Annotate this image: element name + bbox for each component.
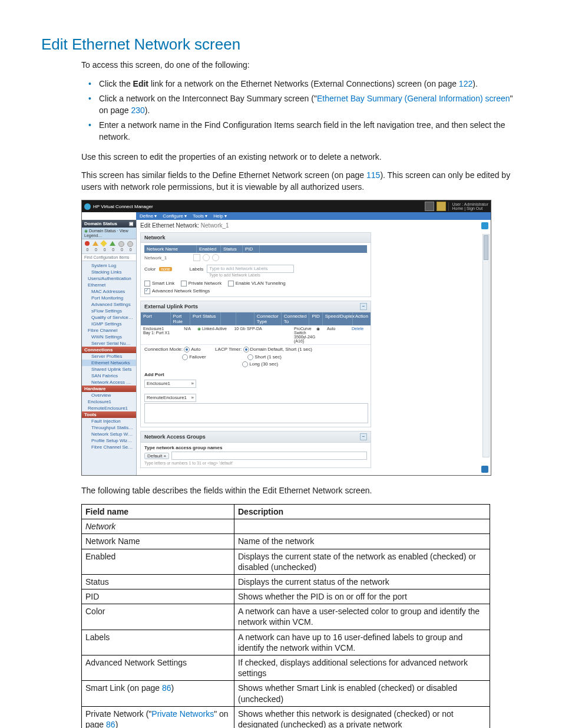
status-major-icon: [92, 241, 98, 246]
link-page-115[interactable]: 115: [366, 170, 380, 180]
tree-item[interactable]: Fibre Channel: [82, 327, 136, 334]
enabled-checkbox[interactable]: [193, 254, 200, 261]
tree-item[interactable]: Port Monitoring: [82, 295, 136, 301]
main-panel: Edit Ethernet Network: Network_1 Network…: [137, 220, 491, 475]
th-description: Description: [234, 504, 490, 519]
tree-item[interactable]: Network Access Groups: [82, 379, 136, 386]
tree-item[interactable]: sFlow Settings: [82, 308, 136, 314]
collapse-nag-icon[interactable]: −: [360, 433, 367, 440]
breadcrumb: Edit Ethernet Network: Network_1: [137, 220, 491, 232]
nag-hint: Type network access group names: [144, 445, 367, 450]
user-menu[interactable]: User : Administrator Home | Sign Out: [448, 202, 488, 211]
tree-item[interactable]: Ethernet Networks: [82, 360, 136, 366]
tree-item[interactable]: Enclosure1: [82, 398, 136, 405]
tree-item[interactable]: Throughput Statistics: [82, 424, 136, 431]
smartlink-checkbox[interactable]: [144, 281, 150, 286]
add-port-enclosure1[interactable]: Enclosure1»: [144, 380, 196, 388]
nag-default-chip[interactable]: Default ×: [144, 453, 169, 459]
page-title: Edit Ethernet Network screen: [41, 35, 521, 54]
tree-item[interactable]: Profile Setup Wizard: [82, 437, 136, 444]
menu-help[interactable]: Help ▾: [213, 213, 227, 219]
nag-input[interactable]: [171, 452, 367, 460]
hp-logo-icon: [84, 203, 91, 210]
lacp-long-radio[interactable]: [242, 361, 248, 367]
tree-item[interactable]: Users/Authentication: [82, 275, 136, 282]
tree-item[interactable]: WWN Settings: [82, 334, 136, 340]
tree-item[interactable]: Network Setup Wizard: [82, 431, 136, 437]
status-unknown-icon: [118, 241, 124, 247]
status-badge-1-icon: [425, 202, 434, 211]
advanced-checkbox[interactable]: [144, 288, 150, 294]
bullet-1: Click the Edit link for a network on the…: [99, 78, 515, 90]
tree-item[interactable]: Server Serial Numbers: [82, 340, 136, 347]
tree-item[interactable]: MAC Addresses: [82, 288, 136, 295]
vcm-screenshot: HP Virtual Connect Manager User : Admini…: [81, 200, 491, 476]
delete-port-link[interactable]: Delete: [352, 327, 363, 331]
tree-item[interactable]: Server Profiles: [82, 353, 136, 360]
status-badge-2-icon: [437, 202, 446, 211]
access-bullets: Click the Edit link for a network on the…: [81, 78, 515, 143]
domain-legend-link[interactable]: ◉ Domain Status · View Legend…: [82, 228, 136, 239]
menu-configure[interactable]: Configure ▾: [163, 213, 187, 219]
sidebar: Domain Status▣ ◉ Domain Status · View Le…: [82, 220, 137, 475]
intro-text: To access this screen, do one of the fol…: [81, 60, 515, 71]
add-port-header: Add Port: [141, 370, 371, 380]
link-page-122[interactable]: 122: [459, 79, 472, 88]
table-row: PIDShows whether the PID is on or off fo…: [82, 589, 490, 604]
field-crossref-link[interactable]: Private Networks: [151, 709, 214, 719]
connmode-auto-radio[interactable]: [184, 347, 190, 353]
tree-item[interactable]: RemoteEnclosure1: [82, 405, 136, 411]
connmode-failover-radio[interactable]: [182, 354, 188, 360]
pid-icon: [212, 254, 219, 261]
tree-item[interactable]: SAN Fabrics: [82, 373, 136, 379]
tree-item[interactable]: Stacking Links: [82, 269, 136, 275]
status-minor-icon: [101, 241, 107, 247]
nag-format-hint: Type letters or numbers 1 to 31 or <tag>…: [144, 461, 367, 465]
link-ethernet-bay-summary[interactable]: Ethernet Bay Summary (General Informatio…: [317, 94, 510, 103]
status-info-icon: [127, 241, 133, 247]
link-page-230[interactable]: 230: [131, 106, 145, 115]
tree-item[interactable]: Hardware: [82, 386, 136, 392]
table-row: EnabledDisplays the current state of the…: [82, 549, 490, 574]
tree-item[interactable]: IGMP Settings: [82, 321, 136, 327]
tree-item[interactable]: Overview: [82, 392, 136, 398]
collapse-icon[interactable]: −: [360, 303, 367, 310]
panel-uplinks: External Uplink Ports− Port Port Role Po…: [140, 301, 371, 427]
field-page-link[interactable]: 86: [162, 683, 171, 693]
find-config-input[interactable]: Find Configuration Items: [82, 253, 136, 261]
save-icon[interactable]: [481, 466, 488, 473]
menu-define[interactable]: Define ▾: [140, 213, 157, 219]
labels-input[interactable]: Type to add Network Labels: [207, 265, 294, 273]
private-checkbox[interactable]: [181, 281, 187, 286]
tree-item[interactable]: Connections: [82, 347, 136, 353]
add-port-target: [144, 403, 368, 423]
tree-item[interactable]: System Log: [82, 262, 136, 269]
tree-item[interactable]: Advanced Settings: [82, 301, 136, 308]
uplink-row: Enclosure1 Bay 1: Port X1 N/A ◉ Linked-A…: [141, 325, 371, 345]
tree-item[interactable]: Quality of Service (QoS): [82, 314, 136, 321]
color-chip[interactable]: none: [159, 267, 172, 271]
lacp-short-radio[interactable]: [247, 354, 253, 360]
field-page-link[interactable]: 86: [106, 720, 115, 728]
add-port-remote[interactable]: RemoteEnclosure1»: [144, 394, 196, 402]
domain-status-header[interactable]: Domain Status▣: [82, 220, 136, 228]
menu-tools[interactable]: Tools ▾: [193, 213, 207, 219]
para-use-screen: Use this screen to edit the properties o…: [81, 151, 515, 163]
tree-item[interactable]: Fibre Channel Setup Wizard: [82, 444, 136, 450]
table-row: ColorA network can have a user-selected …: [82, 604, 490, 630]
labels-label: Labels: [190, 266, 204, 272]
scrollbar[interactable]: [482, 234, 490, 457]
vlan-tunnel-checkbox[interactable]: [228, 281, 234, 286]
status-ok-icon: [110, 241, 115, 246]
th-field-name: Field name: [82, 504, 234, 519]
tree-item[interactable]: Shared Uplink Sets: [82, 366, 136, 373]
status-critical-icon: [85, 241, 90, 246]
para-similar-fields: This screen has similar fields to the De…: [81, 170, 515, 193]
tree-item[interactable]: Ethernet: [82, 282, 136, 288]
table-row: LabelsA network can have up to 16 user-d…: [82, 630, 490, 655]
table-row: Advanced Network SettingsIf checked, dis…: [82, 655, 490, 681]
help-icon[interactable]: [481, 222, 488, 229]
lacp-default-radio[interactable]: [243, 347, 249, 353]
tree-item[interactable]: Fault Injection: [82, 418, 136, 424]
tree-item[interactable]: Tools: [82, 411, 136, 418]
